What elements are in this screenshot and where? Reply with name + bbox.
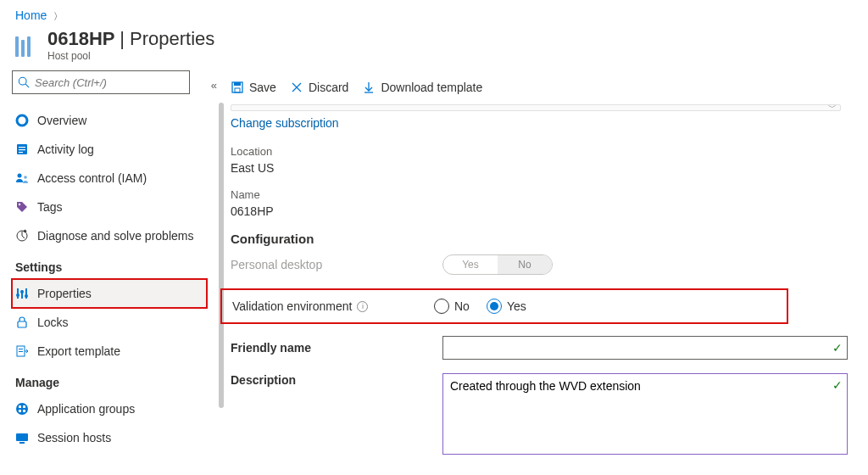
- sidebar-item-label: Locks: [37, 316, 69, 329]
- location-label: Location: [231, 145, 848, 158]
- svg-point-9: [19, 204, 20, 205]
- svg-rect-4: [19, 147, 25, 148]
- breadcrumb: Home 〉: [0, 0, 868, 28]
- svg-rect-6: [19, 152, 23, 153]
- search-box[interactable]: [12, 70, 190, 94]
- sidebar-item-label: Export template: [37, 344, 120, 358]
- save-button[interactable]: Save: [231, 81, 276, 94]
- check-icon: ✓: [832, 378, 843, 392]
- sidebar-item-label: Properties: [37, 287, 92, 300]
- svg-rect-18: [18, 321, 26, 327]
- svg-rect-28: [19, 442, 25, 444]
- description-label: Description: [231, 373, 442, 387]
- collapse-sidebar-button[interactable]: «: [211, 79, 217, 92]
- info-icon[interactable]: i: [357, 301, 368, 312]
- svg-line-1: [25, 84, 29, 87]
- download-icon: [362, 81, 376, 94]
- page-header: 0618HP | Properties Host pool: [0, 28, 868, 70]
- svg-rect-31: [235, 88, 240, 92]
- toggle-no: No: [498, 255, 552, 274]
- collapsed-field[interactable]: ﹀: [231, 104, 841, 111]
- toolbar: Save Discard Download template: [220, 70, 868, 104]
- location-value: East US: [231, 161, 848, 175]
- sidebar-item-label: Activity log: [37, 142, 94, 156]
- name-label: Name: [231, 188, 848, 201]
- svg-point-0: [19, 77, 26, 85]
- sidebar-section-manage: Manage: [15, 376, 220, 389]
- sidebar-item-label: Diagnose and solve problems: [37, 229, 193, 243]
- tags-icon: [15, 200, 29, 214]
- discard-icon: [290, 81, 303, 94]
- sidebar: « Overview Activity log Access control (…: [0, 70, 220, 471]
- sidebar-item-activity[interactable]: Activity log: [12, 135, 207, 164]
- sidebar-item-tags[interactable]: Tags: [12, 193, 207, 221]
- radio-icon: [434, 299, 449, 314]
- name-value: 0618HP: [231, 204, 848, 218]
- svg-point-2: [17, 115, 27, 126]
- search-icon: [18, 76, 30, 88]
- sidebar-item-overview[interactable]: Overview: [12, 106, 207, 135]
- radio-label: Yes: [507, 299, 526, 313]
- sidebar-item-sessionhosts[interactable]: Session hosts: [12, 423, 207, 452]
- svg-rect-30: [234, 82, 241, 86]
- radio-icon: [487, 299, 502, 314]
- sidebar-item-iam[interactable]: Access control (IAM): [12, 164, 207, 193]
- friendly-name-label: Friendly name: [231, 341, 442, 355]
- locks-icon: [15, 316, 29, 329]
- sidebar-item-appgroups[interactable]: Application groups: [12, 394, 207, 423]
- properties-icon: [15, 287, 29, 300]
- chevron-down-icon: ﹀: [828, 102, 837, 114]
- overview-icon: [15, 114, 29, 127]
- toolbar-label: Discard: [309, 81, 348, 94]
- svg-rect-26: [23, 410, 25, 412]
- sidebar-item-locks[interactable]: Locks: [12, 308, 207, 337]
- svg-point-7: [18, 174, 22, 178]
- sidebar-item-export[interactable]: Export template: [12, 337, 207, 366]
- sidebar-item-label: Tags: [37, 200, 63, 214]
- toolbar-label: Download template: [381, 81, 482, 94]
- personal-desktop-toggle: Yes No: [442, 254, 553, 275]
- change-subscription-link[interactable]: Change subscription: [231, 116, 339, 130]
- app-groups-icon: [15, 402, 29, 416]
- svg-rect-5: [19, 149, 25, 150]
- validation-no-radio[interactable]: No: [434, 299, 470, 314]
- sidebar-item-properties[interactable]: Properties: [12, 279, 207, 308]
- page-title: 0618HP | Properties: [47, 28, 214, 50]
- validation-highlight: Validation environment i No Yes: [220, 288, 788, 324]
- download-template-button[interactable]: Download template: [362, 81, 482, 94]
- svg-point-16: [20, 290, 24, 293]
- validation-label: Validation environment i: [232, 299, 434, 313]
- radio-label: No: [454, 299, 470, 313]
- chevron-right-icon: 〉: [53, 11, 63, 21]
- save-icon: [231, 81, 244, 94]
- configuration-header: Configuration: [231, 232, 848, 246]
- activity-log-icon: [15, 142, 29, 156]
- sidebar-item-diagnose[interactable]: Diagnose and solve problems: [12, 221, 207, 250]
- search-input[interactable]: [35, 76, 184, 89]
- toolbar-label: Save: [249, 81, 276, 94]
- svg-point-22: [16, 403, 28, 415]
- description-textarea[interactable]: [442, 373, 848, 455]
- main-panel: Save Discard Download template ﹀ Change …: [220, 70, 868, 471]
- svg-rect-24: [23, 405, 25, 408]
- svg-rect-23: [19, 405, 21, 408]
- svg-point-8: [24, 176, 27, 179]
- svg-rect-25: [19, 410, 21, 412]
- sidebar-item-label: Overview: [37, 114, 86, 127]
- svg-point-15: [16, 293, 19, 297]
- svg-point-17: [25, 294, 28, 298]
- hostpool-icon: [15, 33, 39, 57]
- breadcrumb-home[interactable]: Home: [15, 8, 47, 22]
- validation-yes-radio[interactable]: Yes: [487, 299, 526, 314]
- validation-radios: No Yes: [434, 299, 776, 314]
- personal-desktop-label: Personal desktop: [231, 258, 442, 271]
- session-hosts-icon: [15, 431, 29, 444]
- sidebar-item-label: Access control (IAM): [37, 171, 147, 185]
- friendly-name-input[interactable]: [442, 336, 848, 360]
- sidebar-section-settings: Settings: [15, 260, 220, 274]
- iam-icon: [15, 171, 29, 185]
- export-template-icon: [15, 344, 29, 358]
- toggle-yes: Yes: [443, 255, 498, 274]
- svg-rect-20: [19, 349, 23, 349]
- discard-button[interactable]: Discard: [290, 81, 348, 94]
